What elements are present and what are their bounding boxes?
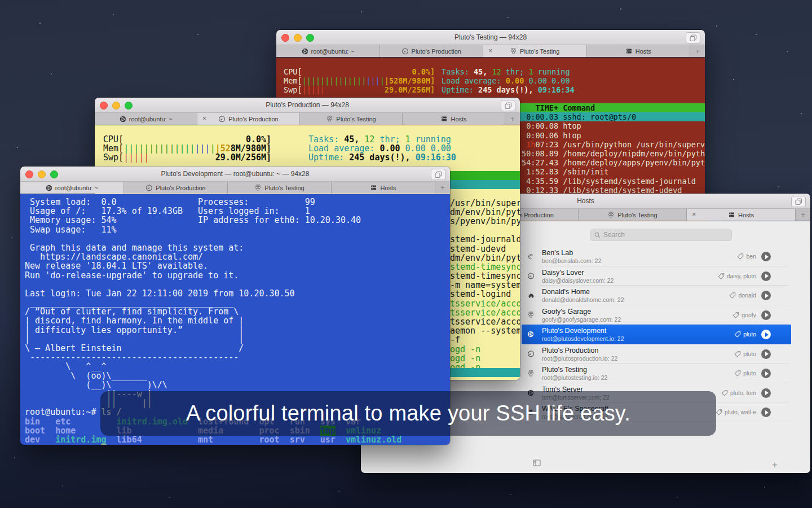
host-row-daisy-s-lover[interactable]: Daisy's Loverdaisy@daisyslover.com: 22da… (522, 266, 791, 286)
ubuntu-dark-icon (46, 185, 52, 191)
tab-label: Pluto's Production (156, 185, 205, 191)
title-bar[interactable]: Pluto's Production — 94x28 (95, 98, 520, 113)
gauge-icon (527, 271, 537, 281)
host-row-ben-s-lab[interactable]: Ben's Labben@benslab.com: 22ben (522, 247, 791, 266)
tab-pluto-s-testing[interactable]: Pluto's Testing (579, 209, 687, 221)
connect-play-button[interactable] (761, 349, 771, 359)
search-placeholder: Search (603, 231, 625, 239)
new-tab-button[interactable]: + (690, 45, 705, 57)
terminal-line: Swp[||||| 29.0M/256M] (103, 153, 271, 162)
tab-bar: root@ubuntu: ~×Pluto's ProductionPluto's… (95, 113, 520, 125)
connect-play-button[interactable] (761, 369, 771, 378)
connect-play-button[interactable] (761, 310, 771, 320)
tab-label: Pluto's Testing (264, 185, 304, 191)
tag-icon (734, 331, 741, 338)
tab-label: Pluto's Testing (336, 116, 376, 122)
connect-play-button[interactable] (761, 330, 771, 339)
terminal-line: ogd -n (450, 345, 520, 354)
tab-overview-button[interactable] (791, 196, 806, 207)
new-tab-button[interactable]: + (505, 113, 520, 125)
tag-icon (732, 312, 739, 318)
terminal-line: dm/env/bin/pyth (450, 253, 520, 262)
tab-hosts[interactable]: Hosts (587, 45, 691, 57)
htop-info: Tasks: 45, 12 thr; 1 runningLoad average… (308, 135, 456, 163)
tag-labels: daisy, pluto (727, 273, 756, 279)
tab-label: Hosts (738, 212, 754, 218)
tab-overview-button[interactable] (686, 32, 700, 43)
tab-root-ubuntu-[interactable]: root@ubuntu: ~ (20, 182, 124, 194)
connect-play-button[interactable] (761, 388, 771, 398)
terminal-line: CPU[ 0.0%] (284, 67, 435, 76)
tab-pluto-s-testing[interactable]: ×Pluto's Testing (483, 45, 587, 57)
host-row-goofy-s-garage[interactable]: Goofy's Garagegoofy@goofysgarage.com: 22… (522, 305, 791, 325)
raspberry-icon (510, 47, 517, 55)
terminal-line: Tasks: 45, 12 thr; 1 running (442, 67, 575, 76)
host-row-pluto-s-production[interactable]: Pluto's Productionroot@plutosproduction.… (522, 344, 791, 364)
terminal-line: Swap usage: 11% (25, 225, 401, 234)
new-tab-button[interactable]: + (796, 209, 810, 221)
tab-root-ubuntu-[interactable]: root@ubuntu: ~ (276, 45, 380, 57)
tab-root-ubuntu-[interactable]: root@ubuntu: ~ (95, 113, 197, 125)
search-input[interactable]: Search (590, 229, 732, 241)
gauge-icon (145, 184, 153, 191)
tab-close-icon[interactable]: × (488, 45, 492, 57)
tab-label: Pluto's Testing (617, 212, 657, 218)
terminal-line: https://landscape.canonical.com/ (25, 252, 401, 261)
tag-labels: pluto (743, 351, 756, 357)
connect-play-button[interactable] (761, 291, 771, 300)
title-bar[interactable]: Pluto's Development — root@ubuntu: ~ — 9… (20, 167, 450, 182)
search-icon (594, 232, 601, 238)
terminal-line: System load: 0.0 Processes: 99 (25, 198, 401, 207)
tab-close-icon[interactable]: × (692, 209, 696, 221)
terminal-line: ogd -n (450, 354, 520, 363)
terminal-line: dm/env/bin/pyth (450, 208, 520, 217)
terminal-line: \ (oo)\_______ (25, 371, 401, 380)
tab-pluto-s-testing[interactable]: Pluto's Testing (300, 113, 403, 125)
window-title: Pluto's Production — 94x28 (95, 98, 520, 112)
host-row-donald-s-home[interactable]: Donald's Homedonald@donaldshome.com: 22d… (522, 286, 791, 305)
caption-overlay: A colorful terminal to make your SSH lif… (100, 391, 716, 436)
tab-hosts[interactable]: ×Hosts (687, 209, 796, 221)
host-address: daisy@daisyslover.com: 22 (542, 277, 614, 284)
host-row-pluto-s-development[interactable]: Pluto's Developmentroot@plutosdevelopmen… (522, 325, 791, 344)
sidebar-toggle-icon[interactable] (533, 458, 541, 468)
host-row-pluto-s-testing[interactable]: Pluto's Testingroot@plutostesting.io: 22… (522, 364, 791, 383)
tab-close-icon[interactable]: × (202, 113, 206, 125)
tab-hosts[interactable]: Hosts (403, 113, 505, 125)
terminal-line: /usr/bin/superv (450, 199, 520, 208)
tab-label: root@ubuntu: ~ (55, 185, 98, 191)
raspberry-icon (326, 115, 333, 122)
terminal-line: stemd-timesyncd (450, 262, 520, 271)
add-host-button[interactable]: + (772, 459, 778, 471)
terminal-line: Mem[|||||||||||||||||||528M/980M] (103, 144, 271, 153)
tab-pluto-s-production[interactable]: Pluto's Production (124, 182, 228, 194)
host-address: root@plutosdevelopment.io: 22 (542, 335, 624, 342)
tag-labels: ben (746, 253, 756, 260)
host-tags: pluto (734, 370, 756, 376)
title-bar[interactable]: Pluto's Testing — 94x28 (276, 30, 705, 45)
host-address: donald@donaldshome.com: 22 (542, 296, 624, 303)
tag-labels: pluto, tom (730, 389, 756, 396)
tag-labels: pluto (743, 331, 756, 338)
terminal-line: \ ^__^ (25, 362, 401, 371)
connect-play-button[interactable] (761, 252, 771, 261)
tab-pluto-s-testing[interactable]: Pluto's Testing (228, 182, 332, 194)
host-tags: goofy (732, 312, 756, 318)
terminal-line: | difficulty lies opportunity.” | (25, 326, 401, 335)
tab-bar: root@ubuntu: ~Pluto's Production×Pluto's… (276, 45, 705, 57)
connect-play-button[interactable] (761, 408, 771, 417)
tab-pluto-s-production[interactable]: ×Pluto's Production (197, 113, 300, 125)
terminal-line: Mem[|||||||||||||||||||528M/980M] (284, 76, 435, 85)
desktop-background: Pluto's Testing — 94x28 root@ubuntu: ~Pl… (0, 0, 812, 508)
ubuntu-dark-icon (120, 116, 126, 122)
new-tab-button[interactable]: + (435, 182, 450, 194)
tab-overview-button[interactable] (501, 100, 515, 111)
host-tags: pluto (734, 331, 756, 338)
tab-hosts[interactable]: Hosts (332, 182, 435, 194)
tab-pluto-s-production[interactable]: Pluto's Production (380, 45, 484, 57)
connect-play-button[interactable] (761, 271, 771, 281)
host-address: root@plutosproduction.io: 22 (542, 355, 617, 362)
car-icon (527, 290, 537, 300)
server-icon (728, 211, 735, 218)
tab-overview-button[interactable] (431, 169, 445, 180)
